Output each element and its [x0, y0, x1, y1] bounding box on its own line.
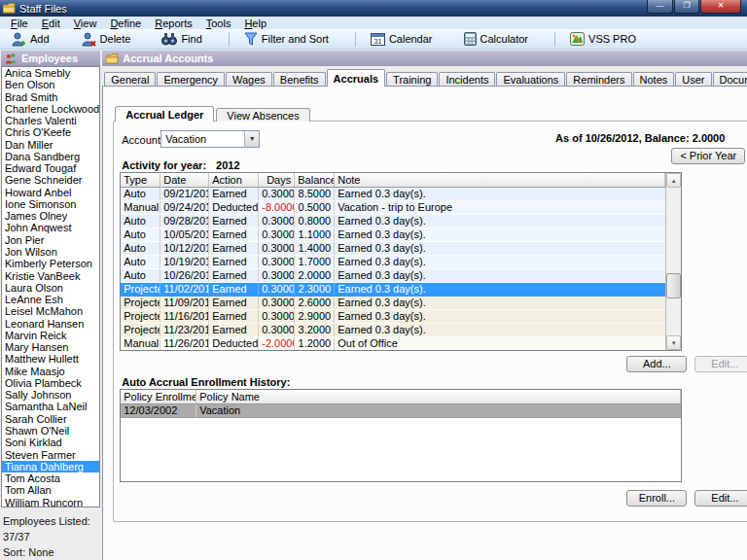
employee-item[interactable]: Kimberly Peterson [2, 258, 99, 269]
menu-help[interactable]: Help [237, 18, 273, 29]
enrollment-row[interactable]: 12/03/2002Vacation [121, 404, 681, 418]
employee-item[interactable]: Edward Tougaf [2, 162, 99, 174]
employee-item[interactable]: Howard Anbel [2, 187, 99, 198]
employee-item[interactable]: Dan Miller [2, 139, 99, 151]
column-header-date[interactable]: Date [160, 173, 209, 187]
tab-wages[interactable]: Wages [226, 72, 272, 87]
employee-item[interactable]: Chris O'Keefe [2, 126, 99, 138]
employee-item[interactable]: LeAnne Esh [2, 294, 99, 305]
employee-item[interactable]: Brad Smith [2, 91, 99, 103]
employee-item[interactable]: Olivia Plambeck [2, 377, 99, 389]
table-row[interactable]: Projected11/02/2012Earned0.30002.3000Ear… [121, 283, 665, 297]
add-button[interactable]: Add... [626, 356, 687, 372]
subtab-view-absences[interactable]: View Absences [216, 108, 309, 122]
edit-button[interactable]: Edit... [694, 356, 747, 372]
employee-item[interactable]: Tom Allan [2, 484, 99, 496]
employee-item[interactable]: Leisel McMahon [2, 305, 99, 317]
column-header-note[interactable]: Note [335, 173, 665, 187]
employee-item[interactable]: Gene Schneider [2, 174, 99, 186]
tab-incidents[interactable]: Incidents [439, 72, 495, 87]
toolbar-filter-and-sort[interactable]: Filter and Sort [239, 31, 334, 47]
table-row[interactable]: Auto10/26/2012Earned0.30002.0000Earned 0… [121, 269, 665, 283]
employee-item[interactable]: Charles Valenti [2, 115, 99, 126]
tab-accruals[interactable]: Accruals [327, 69, 385, 87]
employee-item[interactable]: Matthew Hullett [2, 353, 99, 365]
employee-item[interactable]: Tianna Dahlberg [2, 461, 99, 472]
employee-item[interactable]: Anica Smebly [2, 67, 99, 79]
employee-item[interactable]: Marvin Reick [2, 330, 99, 341]
column-header-policy-name[interactable]: Policy Name [196, 390, 681, 403]
subtab-accrual-ledger[interactable]: Accrual Ledger [115, 106, 214, 122]
scroll-track[interactable] [666, 188, 681, 335]
employee-item[interactable]: James Olney [2, 210, 99, 222]
employee-item[interactable]: Charlene Lockwood [2, 103, 99, 115]
tab-reminders[interactable]: Reminders [566, 72, 631, 87]
column-header-type[interactable]: Type [121, 173, 160, 187]
employee-item[interactable]: Jon Wilson [2, 246, 99, 258]
employee-item[interactable]: Shawn O'Neil [2, 425, 99, 437]
employee-item[interactable]: Steven Farmer [2, 449, 99, 461]
tab-benefits[interactable]: Benefits [273, 72, 326, 87]
table-row[interactable]: Manual11/26/2012Deducted-2.00001.2000Out… [121, 337, 665, 350]
employee-item[interactable]: Mike Maasjo [2, 366, 99, 377]
employee-item[interactable]: Laura Olson [2, 282, 99, 294]
menu-tools[interactable]: Tools [199, 18, 238, 29]
column-header-policy-enrollment-date[interactable]: Policy Enrollment Date [121, 390, 196, 403]
toolbar-delete[interactable]: Delete [76, 31, 136, 48]
toolbar-find[interactable]: Find [157, 31, 206, 47]
employee-item[interactable]: Sarah Collier [2, 413, 99, 425]
tab-emergency[interactable]: Emergency [157, 72, 225, 87]
toolbar-calculator[interactable]: Calculator [459, 31, 534, 47]
employee-item[interactable]: Soni Kirklad [2, 437, 99, 448]
column-header-action[interactable]: Action [209, 173, 259, 187]
toolbar-calendar[interactable]: 31Calendar [366, 31, 438, 47]
table-row[interactable]: Auto09/28/2012Earned0.30000.8000Earned 0… [121, 215, 665, 228]
column-header-days[interactable]: Days [259, 173, 295, 187]
employee-item[interactable]: John Anqwest [2, 222, 99, 233]
table-row[interactable]: Auto10/19/2012Earned0.30001.7000Earned 0… [121, 256, 665, 269]
employee-item[interactable]: Ione Simonson [2, 198, 99, 210]
menu-edit[interactable]: Edit [35, 18, 67, 29]
employee-item[interactable]: Sally Johnson [2, 389, 99, 401]
menu-file[interactable]: File [4, 18, 35, 29]
table-row[interactable]: Auto10/05/2012Earned0.30001.1000Earned 0… [121, 228, 665, 242]
tab-evaluations[interactable]: Evaluations [496, 72, 565, 87]
employee-item[interactable]: Kristie VanBeek [2, 270, 99, 282]
employee-item[interactable]: Dana Sandberg [2, 151, 99, 162]
account-select[interactable]: Vacation ▼ [160, 130, 260, 148]
employee-item[interactable]: Samantha LaNeil [2, 401, 99, 412]
activity-table-scrollbar[interactable]: ▲ ▼ [665, 173, 681, 350]
tab-user[interactable]: User [675, 72, 711, 87]
employee-item[interactable]: Tom Acosta [2, 472, 99, 484]
minimize-button[interactable]: — [647, 0, 673, 14]
employee-item[interactable]: Mary Hansen [2, 341, 99, 353]
tab-notes[interactable]: Notes [633, 72, 675, 87]
employee-item[interactable]: William Runcorn [2, 497, 99, 508]
scroll-up-arrow[interactable]: ▲ [666, 173, 681, 188]
scroll-thumb[interactable] [666, 273, 681, 298]
table-row[interactable]: Projected11/09/2012Earned0.30002.6000Ear… [121, 297, 665, 310]
tab-general[interactable]: General [104, 72, 156, 87]
toolbar-vss-pro[interactable]: VSS PRO [565, 31, 641, 47]
restore-button[interactable]: ❐ [674, 0, 699, 14]
tab-documents[interactable]: Documents [713, 72, 747, 87]
employee-item[interactable]: Leonard Hansen [2, 318, 99, 330]
table-row[interactable]: Projected11/16/2012Earned0.30002.9000Ear… [121, 310, 665, 324]
menu-define[interactable]: Define [103, 18, 148, 29]
menu-view[interactable]: View [67, 18, 104, 29]
close-button[interactable]: ✕ [700, 0, 741, 14]
employee-item[interactable]: Ben Olson [2, 79, 99, 90]
scroll-down-arrow[interactable]: ▼ [666, 335, 681, 350]
employee-item[interactable]: Jon Pier [2, 234, 99, 246]
table-row[interactable]: Projected11/23/2012Earned0.30003.2000Ear… [121, 324, 665, 337]
enroll-button[interactable]: Enroll... [626, 490, 687, 507]
column-header-balance[interactable]: Balance [295, 173, 335, 187]
tab-training[interactable]: Training [386, 72, 438, 87]
menu-reports[interactable]: Reports [148, 18, 199, 29]
table-row[interactable]: Manual09/24/2012Deducted-8.00000.5000Vac… [121, 201, 665, 215]
enroll-edit-button[interactable]: Edit... [694, 490, 747, 507]
table-row[interactable]: Auto10/12/2012Earned0.30001.4000Earned 0… [121, 242, 665, 256]
toolbar-add[interactable]: Add [6, 31, 54, 48]
table-row[interactable]: Auto09/21/2012Earned0.30008.5000Earned 0… [121, 188, 665, 201]
prior-year-button[interactable]: < Prior Year [671, 148, 745, 164]
